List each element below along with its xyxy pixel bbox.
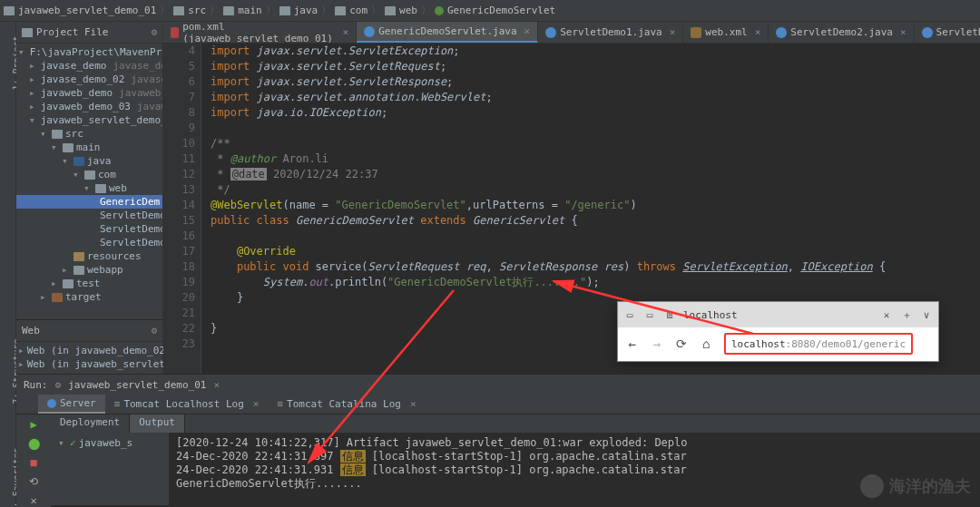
tree-item[interactable]: ✓ javaweb_s <box>54 436 165 450</box>
tree-item[interactable]: ServletDemo <box>16 209 162 222</box>
web-tree[interactable]: Web (in javaweb_demo_02) Web (in javaweb… <box>16 342 162 373</box>
breadcrumb-item[interactable]: web <box>399 5 417 16</box>
expand-icon[interactable] <box>51 141 60 153</box>
address-bar[interactable]: localhost:8080/demo01/generic <box>724 333 913 355</box>
target-icon <box>52 293 63 302</box>
web-tree-item[interactable]: Web (in javaweb_servlet_demo <box>16 357 162 371</box>
expand-icon[interactable] <box>29 87 35 99</box>
debug-button[interactable]: ⬤ <box>24 437 43 451</box>
breadcrumb-item[interactable]: main <box>238 5 262 16</box>
editor-tab[interactable]: GenericDemoServlet.java× <box>357 22 538 43</box>
subtab-deployment[interactable]: Deployment <box>51 414 130 433</box>
editor-tab[interactable]: ServletDemo1.java× <box>538 22 683 43</box>
expand-icon[interactable] <box>29 60 35 72</box>
editor-tab[interactable]: web.xml× <box>683 22 769 43</box>
tree-item[interactable]: java <box>16 154 162 168</box>
tree-item[interactable]: javaweb_demojavaweb_de <box>16 86 162 100</box>
editor-tab[interactable]: pom.xml (javaweb_servlet_demo_01)× <box>163 22 357 43</box>
expand-icon[interactable] <box>29 114 35 126</box>
tree-item-label: src <box>65 128 83 140</box>
tree-item[interactable]: com <box>16 168 162 181</box>
close-icon[interactable]: × <box>900 26 906 38</box>
home-icon[interactable]: ⌂ <box>700 336 713 351</box>
tab-label: Tomcat Catalina Log <box>287 398 401 410</box>
project-tree[interactable]: F:\javaProject\MavenPratice01javase_demo… <box>16 44 162 306</box>
expand-icon[interactable] <box>40 291 49 303</box>
deploy-tree[interactable]: ✓ javaweb_s <box>51 433 169 505</box>
more-icon[interactable]: ∨ <box>920 308 933 321</box>
tree-item[interactable]: web <box>16 181 162 195</box>
close-icon[interactable]: × <box>524 25 531 37</box>
expand-icon[interactable] <box>29 73 35 85</box>
tree-item[interactable]: ServletDemo <box>16 236 162 249</box>
close-icon[interactable]: × <box>343 26 349 38</box>
tree-item[interactable]: javaweb_servlet_demo_01ja <box>16 113 162 127</box>
tree-item-label: target <box>65 291 102 303</box>
tree-item-label: GenericDem <box>100 196 160 208</box>
breadcrumb-item[interactable]: src <box>188 5 206 16</box>
stop-button[interactable]: ■ <box>24 456 43 470</box>
tree-item[interactable]: javaweb_demo_03javaweb <box>16 100 162 113</box>
close-tab-icon[interactable]: ✕ <box>880 308 893 321</box>
tree-item[interactable]: ServletDemo <box>16 222 162 236</box>
run-tab-catalina-log[interactable]: ≡Tomcat Catalina Log× <box>268 395 425 414</box>
breadcrumb[interactable]: javaweb_servlet_demo_01 〉src 〉main 〉java… <box>4 4 555 17</box>
expand-icon[interactable] <box>29 101 35 112</box>
expand-icon[interactable] <box>62 155 71 167</box>
tree-item-label: web <box>109 182 127 194</box>
run-button[interactable]: ▶ <box>24 418 43 432</box>
run-config-name[interactable]: javaweb_servlet_demo_01 <box>68 379 206 391</box>
subtab-output[interactable]: Output <box>130 414 185 433</box>
breadcrumb-item[interactable]: java <box>294 5 318 16</box>
tree-item[interactable]: main <box>16 141 162 154</box>
web-pane: Web ⚙ Web (in javaweb_demo_02) Web (in j… <box>16 319 163 374</box>
tree-item-label: ServletDemo <box>100 223 163 235</box>
tree-item[interactable]: javase_demo_02javase_demo <box>16 73 162 86</box>
folder-icon <box>63 279 74 288</box>
tree-item[interactable]: F:\javaProject\MavenPratice01 <box>16 45 162 59</box>
run-tab-localhost-log[interactable]: ≡Tomcat Localhost Log× <box>105 395 269 414</box>
console-output[interactable]: [2020-12-24 10:41:22,317] Artifact javaw… <box>169 433 980 505</box>
expand-icon[interactable] <box>40 128 49 140</box>
editor-tab[interactable]: ServletDemo3.java× <box>915 22 980 43</box>
tool-button[interactable]: ⟲ <box>24 474 43 488</box>
web-pane-header[interactable]: Web ⚙ <box>16 320 162 342</box>
refresh-icon[interactable]: ⟳ <box>674 336 688 351</box>
expand-icon[interactable] <box>18 46 24 58</box>
tree-item[interactable]: src <box>16 127 162 141</box>
settings-icon[interactable]: ⚙ <box>151 26 157 38</box>
tree-item[interactable]: test <box>16 277 162 290</box>
back-icon[interactable]: ← <box>625 336 639 351</box>
breadcrumb-class[interactable]: GenericDemoServlet <box>447 5 555 16</box>
expand-icon[interactable] <box>73 169 82 180</box>
tree-item[interactable]: GenericDem <box>16 195 162 209</box>
tree-item[interactable]: webapp <box>16 263 162 277</box>
settings-icon[interactable]: ⚙ <box>151 325 157 336</box>
expand-icon[interactable] <box>51 278 60 289</box>
new-tab-icon[interactable]: ＋ <box>900 308 913 321</box>
folder-icon <box>335 6 346 15</box>
web-tree-item[interactable]: Web (in javaweb_demo_02) <box>16 344 162 357</box>
tool-button[interactable]: ✕ <box>24 493 43 507</box>
browser-titlebar[interactable]: ▭ ▭ 🗎 localhost ✕ ＋ ∨ <box>618 302 938 327</box>
run-panel-header: Run: ⚙ javaweb_servlet_demo_01 × <box>16 375 980 395</box>
expand-icon[interactable] <box>62 264 71 276</box>
breadcrumb-item[interactable]: com <box>349 5 368 16</box>
tree-item[interactable]: resources <box>16 249 162 263</box>
run-tab-server[interactable]: Server <box>38 395 105 414</box>
folder-icon <box>279 6 290 15</box>
close-icon[interactable]: × <box>755 26 761 38</box>
tree-item[interactable]: target <box>16 290 162 304</box>
tree-item-label: F:\javaProject\MavenPratice01 <box>30 46 163 58</box>
project-pane-header[interactable]: Project File ⚙ <box>16 22 162 44</box>
close-icon[interactable]: × <box>670 26 676 38</box>
tree-item[interactable]: javase_demojavase_demo <box>16 59 162 73</box>
editor-tab[interactable]: ServletDemo2.java× <box>769 22 914 43</box>
url-host: localhost <box>731 338 786 350</box>
tab-label: ServletDemo3.java <box>936 26 980 38</box>
run-subtabs: Deployment Output <box>51 414 980 433</box>
breadcrumb-project[interactable]: javaweb_servlet_demo_01 <box>18 5 156 16</box>
browser-tab-icon: ▭ <box>643 308 656 321</box>
forward-icon[interactable]: → <box>650 336 663 351</box>
expand-icon[interactable] <box>83 182 93 194</box>
